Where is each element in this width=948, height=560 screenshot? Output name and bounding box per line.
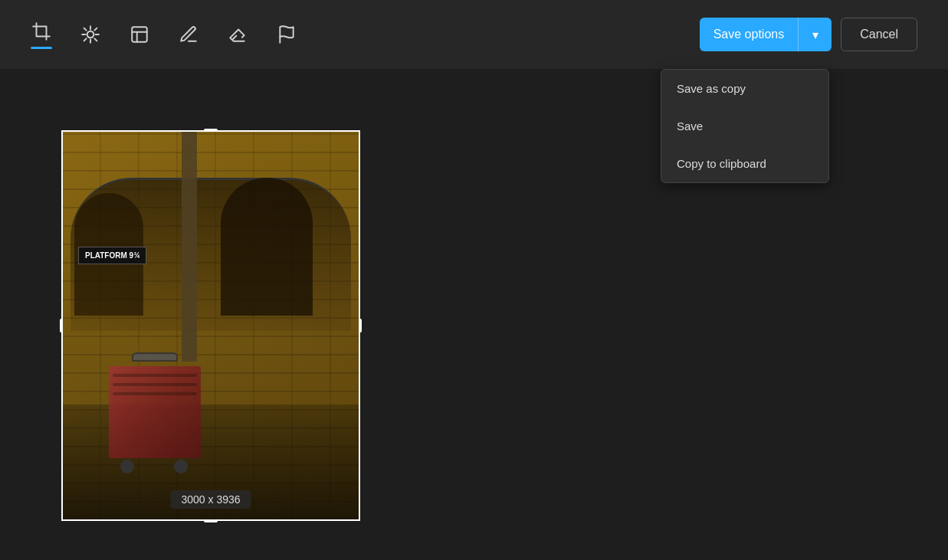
crop-icon	[31, 21, 52, 42]
toolbar-actions: Save options ▾ Cancel	[700, 18, 917, 51]
active-indicator	[31, 47, 52, 49]
tool-background[interactable]	[276, 24, 297, 45]
copy-to-clipboard-item[interactable]: Copy to clipboard	[661, 145, 828, 182]
cart-body	[109, 366, 201, 458]
save-as-copy-item[interactable]: Save as copy	[661, 70, 828, 107]
save-options-button[interactable]: Save options ▾	[700, 18, 832, 51]
tool-adjust[interactable]	[80, 24, 101, 45]
background-icon	[276, 24, 297, 45]
platform-image: PLATFORM 9¾ 3000 x 39	[63, 132, 359, 519]
cart-wheel-right	[174, 460, 188, 473]
image-crop-container[interactable]: PLATFORM 9¾ 3000 x 39	[61, 130, 360, 521]
tool-crop[interactable]	[31, 21, 52, 49]
save-options-label: Save options	[700, 18, 799, 51]
svg-line-8	[94, 28, 97, 31]
save-item[interactable]: Save	[661, 107, 828, 145]
toolbar-tools	[31, 21, 297, 49]
filter-icon	[129, 24, 150, 45]
erase-icon	[227, 24, 248, 45]
chevron-down-icon: ▾	[798, 18, 832, 51]
svg-point-0	[87, 31, 94, 38]
adjust-icon	[80, 24, 101, 45]
svg-line-4	[94, 38, 97, 41]
platform-sign: PLATFORM 9¾	[78, 247, 146, 264]
tool-markup[interactable]	[178, 24, 199, 45]
svg-line-7	[84, 38, 87, 41]
markup-icon	[178, 24, 199, 45]
image-canvas: PLATFORM 9¾ 3000 x 39	[63, 132, 359, 519]
toolbar: Save options ▾ Cancel	[0, 0, 948, 69]
svg-rect-9	[132, 27, 147, 42]
save-options-dropdown: Save as copy Save Copy to clipboard	[661, 69, 829, 183]
tool-erase[interactable]	[227, 24, 248, 45]
cart-wheel-left	[120, 460, 134, 473]
svg-line-3	[84, 28, 87, 31]
cancel-button[interactable]: Cancel	[841, 18, 917, 51]
image-dimensions: 3000 x 3936	[170, 490, 251, 509]
tool-filter[interactable]	[129, 24, 150, 45]
